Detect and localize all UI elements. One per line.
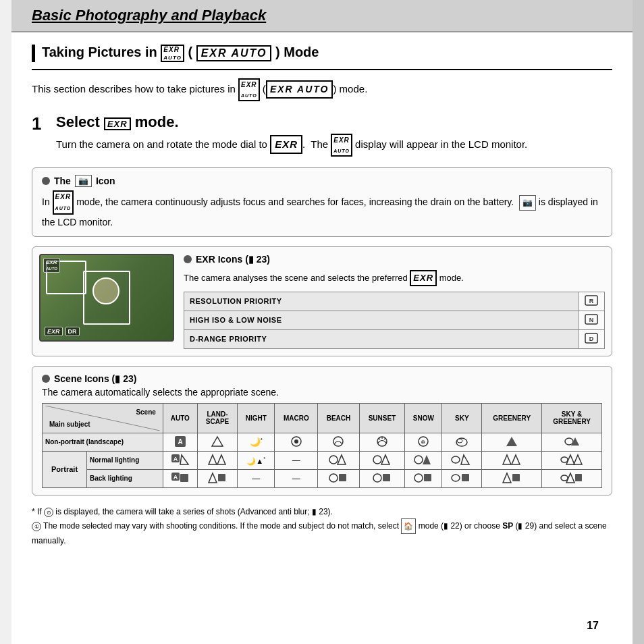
cell-landscape-auto: A: [163, 433, 197, 451]
exr-area: EXR DR EXRAUTO EXR Icons (▮ 23) The came…: [32, 246, 612, 356]
cell-landscape-skygreen: [542, 433, 602, 451]
cell-portrait-normal-sunset: [359, 451, 405, 469]
th-greenery: GREENERY: [482, 403, 542, 433]
priority-icon-resolution: R: [579, 292, 605, 311]
cell-portrait-back-skygreen: [542, 469, 602, 487]
exr-icons-desc: The camera analyses the scene and select…: [184, 270, 605, 286]
svg-point-20: [457, 439, 462, 443]
exr-icons-title: EXR Icons (▮ 23): [184, 254, 605, 265]
th-snow: SNOW: [405, 403, 442, 433]
face-detect-icon: 📷: [75, 175, 92, 187]
cam-icon-exr: EXR: [45, 327, 63, 336]
svg-point-35: [452, 456, 460, 463]
svg-text:D: D: [589, 336, 594, 342]
svg-rect-50: [383, 474, 390, 481]
svg-marker-38: [512, 455, 520, 464]
cell-portrait-back-snow: [405, 469, 442, 487]
svg-rect-46: [218, 474, 225, 481]
bullet-icon-3: [42, 375, 50, 383]
row-header-landscape: Non-portrait (landscape): [43, 433, 163, 451]
row-header-normal-lighting: Normal lighting: [86, 451, 163, 469]
svg-marker-36: [461, 455, 469, 464]
cell-portrait-back-auto: A: [163, 469, 197, 487]
th-subject-label: Main subject: [49, 421, 90, 428]
cell-landscape-scape: [197, 433, 238, 451]
th-night: NIGHT: [238, 403, 275, 433]
svg-rect-48: [339, 474, 346, 481]
scene-box-desc: The camera automatically selects the app…: [42, 387, 602, 398]
scene-icons-box: Scene Icons (▮ 23) The camera automatica…: [32, 366, 612, 495]
cell-portrait-back-night: —: [238, 469, 275, 487]
exr-auto-large-badge: EXR AUTO: [196, 45, 272, 61]
svg-point-33: [414, 456, 423, 464]
step-1-body: Turn the camera on and rotate the mode d…: [56, 134, 527, 157]
svg-marker-34: [423, 455, 431, 464]
face-detect-icon-2: 📷: [519, 195, 536, 211]
step-number-1: 1: [32, 113, 49, 157]
svg-point-47: [329, 474, 338, 482]
cell-landscape-sky: [442, 433, 482, 451]
svg-marker-45: [209, 473, 217, 483]
svg-text:❄: ❄: [421, 439, 426, 446]
svg-point-39: [561, 457, 568, 462]
scene-box-title: Scene Icons (▮ 23): [42, 373, 602, 384]
cell-landscape-greenery: [482, 433, 542, 451]
svg-marker-23: [571, 437, 579, 446]
camera-preview-face: [83, 271, 130, 325]
svg-point-11: [294, 439, 298, 444]
cell-portrait-normal-sky: [442, 451, 482, 469]
cell-portrait-back-beach: [318, 469, 359, 487]
cell-landscape-night: 🌙*: [238, 433, 275, 451]
svg-marker-21: [506, 437, 517, 446]
svg-rect-52: [424, 474, 431, 481]
svg-rect-54: [462, 474, 469, 481]
exr-auto-small-body: EXRAUTO: [331, 134, 352, 157]
cell-portrait-normal-auto: A: [163, 451, 197, 469]
table-row-portrait-normal: Portrait Normal lighting A: [43, 451, 602, 469]
chapter-header: Basic Photography and Playback: [11, 0, 633, 32]
row-header-portrait: Portrait: [43, 451, 87, 487]
cam-top-icon: EXRAUTO: [43, 258, 60, 273]
svg-point-53: [452, 475, 460, 481]
page-number: 17: [587, 620, 599, 632]
th-landscape: LAND-SCAPE: [197, 403, 238, 433]
svg-marker-37: [503, 455, 511, 464]
svg-text:A: A: [173, 456, 178, 462]
footnotes: * If ⊙ is displayed, the camera will tak…: [32, 505, 612, 547]
svg-marker-9: [212, 437, 223, 446]
svg-point-22: [565, 438, 573, 445]
cell-portrait-back-sunset: [359, 469, 405, 487]
landscape-mode-icon: 🏠: [401, 518, 416, 534]
svg-line-15: [384, 438, 385, 439]
icon-info-body: In EXRAUTO mode, the camera continuously…: [42, 190, 602, 230]
camera-preview-icons: EXR DR: [45, 327, 80, 336]
cell-portrait-normal-macro: —: [275, 451, 318, 469]
table-row: D-RANGE PRIORITY D: [184, 329, 605, 348]
cell-portrait-normal-snow: [405, 451, 442, 469]
cell-portrait-normal-night: 🌙▲*: [238, 451, 275, 469]
exr-right: EXR Icons (▮ 23) The camera analyses the…: [184, 254, 605, 349]
cell-landscape-macro: [275, 433, 318, 451]
svg-point-51: [414, 474, 423, 482]
priority-name-drange: D-RANGE PRIORITY: [184, 329, 579, 348]
exr-badge-step1: EXR: [104, 117, 131, 130]
svg-point-31: [373, 456, 381, 464]
priority-name-iso: HIGH ISO & LOW NOISE: [184, 311, 579, 329]
th-corner: Scene Main subject: [43, 403, 163, 433]
chapter-title: Basic Photography and Playback: [32, 7, 612, 24]
section-heading: Taking Pictures in EXRAUTO ( EXR AUTO ) …: [32, 45, 612, 62]
cell-portrait-back-greenery: [482, 469, 542, 487]
cell-portrait-back-macro: —: [275, 469, 318, 487]
svg-line-16: [379, 438, 380, 439]
table-row: RESOLUTION PRIORITY R: [184, 292, 605, 311]
cam-icon-dr: DR: [65, 327, 80, 336]
th-sky: SKY: [442, 403, 482, 433]
th-auto: AUTO: [163, 403, 197, 433]
svg-text:N: N: [589, 317, 594, 323]
svg-point-57: [561, 475, 568, 481]
svg-marker-55: [503, 473, 511, 483]
th-sunset: SUNSET: [359, 403, 405, 433]
intro-text: This section describes how to take pictu…: [32, 78, 612, 101]
table-row-portrait-back: Back lighting A — —: [43, 469, 602, 487]
icon-info-title: The 📷 Icon: [42, 175, 602, 187]
